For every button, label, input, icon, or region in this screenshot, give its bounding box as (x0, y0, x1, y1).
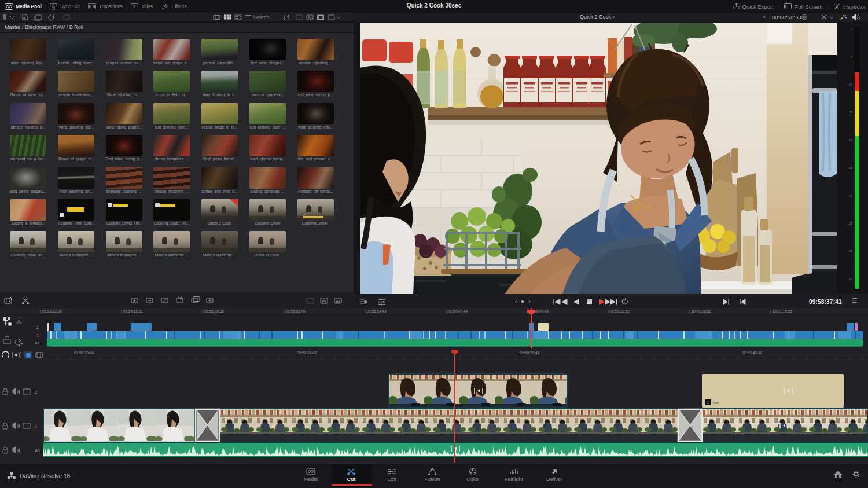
svg-text:A1: A1 (35, 341, 40, 345)
svg-text:35: 35 (849, 222, 852, 225)
svg-text:0: 0 (851, 27, 852, 31)
svg-text:10: 10 (849, 83, 852, 86)
svg-text:20: 20 (849, 138, 852, 142)
svg-text:T: T (134, 5, 137, 9)
svg-text:T: T (3, 318, 8, 327)
svg-text:15: 15 (849, 111, 852, 114)
svg-text:5: 5 (851, 55, 852, 58)
svg-text:25: 25 (849, 166, 852, 170)
svg-text:Search: Search (253, 14, 270, 20)
svg-text:1: 1 (36, 333, 39, 337)
svg-text:50: 50 (849, 277, 852, 281)
svg-text:Text: Text (712, 401, 719, 405)
svg-text:40: 40 (849, 249, 852, 253)
svg-text:30: 30 (849, 194, 852, 197)
svg-text:■■: ■■ (336, 299, 341, 303)
svg-text:T: T (707, 400, 709, 405)
svg-text:2: 2 (36, 325, 39, 329)
